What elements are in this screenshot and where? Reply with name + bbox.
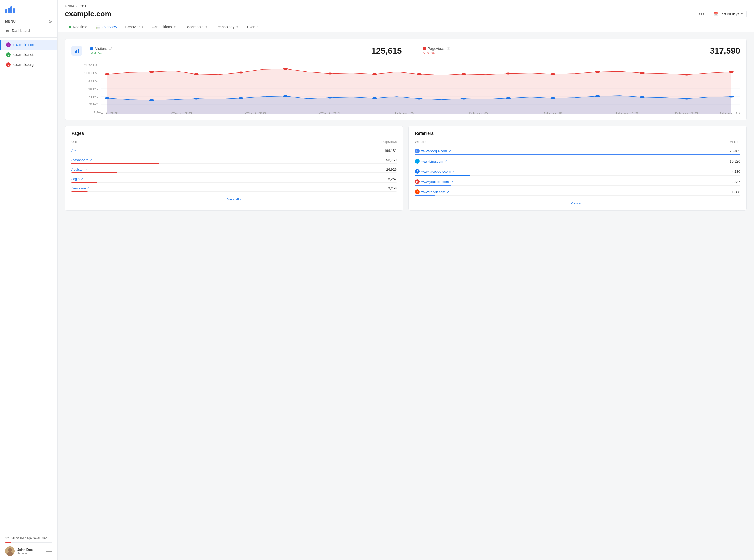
tab-geographic-label: Geographic [184, 25, 203, 29]
svg-point-19 [104, 73, 110, 75]
stats-card: Visitors ⓘ ↗ 4.7% 125,615 Pagev [65, 39, 747, 120]
sidebar-item-dashboard[interactable]: ⊞ Dashboard [0, 26, 57, 35]
pages-table-header: URL Pageviews [72, 140, 397, 146]
svg-rect-5 [78, 49, 79, 53]
external-link-icon: ↗ [452, 170, 455, 173]
referrer-url[interactable]: G www.google.com ↗ [415, 148, 451, 153]
visitors-label: Visitors [95, 46, 107, 51]
chevron-technology: ▼ [236, 26, 239, 28]
user-row[interactable]: John Doe Account ⟶ [5, 546, 52, 556]
table-row[interactable]: /welcome ↗ 9,258 [72, 184, 397, 193]
header-row: example.com ••• 📅 Last 30 days ▼ [65, 10, 747, 18]
usage-text: 126.3K of 1M pageviews used. [5, 537, 52, 540]
pages-card: Pages URL Pageviews / ↗ 199,131 /dashbo [65, 126, 403, 211]
pages-col-url: URL [72, 140, 78, 144]
referrers-title: Referrers [415, 131, 740, 136]
visitors-info-icon[interactable]: ⓘ [109, 46, 112, 51]
tab-overview[interactable]: 📊 Overview [91, 22, 121, 32]
table-row[interactable]: /dashboard ↗ 53,769 [72, 156, 397, 165]
chart-svg: 12K 10K 8K 6K 4K 2K 0 [72, 62, 740, 115]
usage-bar-fill [5, 542, 11, 543]
menu-label-row: MENU ⚙ [0, 16, 57, 26]
svg-point-45 [595, 95, 600, 97]
page-url[interactable]: /dashboard ↗ [72, 158, 92, 162]
referrers-rows: G www.google.com ↗ 25,465 b www.bing.com… [415, 146, 740, 197]
page-url[interactable]: /welcome ↗ [72, 186, 89, 190]
svg-point-46 [639, 96, 644, 98]
referrers-table-header: Website Visitors [415, 140, 740, 146]
visitors-value: 125,615 [371, 46, 402, 56]
referrer-visitors-count: 1,588 [732, 190, 740, 194]
site-icon-example-com: e [6, 42, 11, 47]
svg-text:10K: 10K [84, 72, 98, 75]
page-url[interactable]: /login ↗ [72, 177, 83, 181]
site-label-example-net: example.net [13, 53, 33, 57]
page-url[interactable]: /register ↗ [72, 167, 87, 172]
header-actions: ••• 📅 Last 30 days ▼ [697, 10, 747, 18]
svg-point-21 [194, 73, 199, 75]
svg-point-47 [684, 98, 689, 100]
chevron-acquisitions: ▼ [173, 26, 176, 28]
svg-point-44 [550, 97, 556, 99]
svg-text:6K: 6K [88, 87, 98, 90]
pageviews-change: ↘ 0.5% [423, 51, 450, 55]
settings-icon[interactable]: ⚙ [49, 19, 52, 24]
referrer-url[interactable]: b www.bing.com ↗ [415, 159, 447, 163]
external-link-icon: ↗ [448, 149, 451, 153]
svg-point-1 [8, 548, 12, 552]
referrers-view-all[interactable]: View all › [415, 197, 740, 205]
referrer-url[interactable]: ▶ www.youtube.com ↗ [415, 179, 453, 184]
referrer-visitors-count: 10,326 [730, 159, 740, 163]
external-link-icon: ↗ [450, 180, 453, 183]
svg-text:Nov 6: Nov 6 [469, 112, 488, 115]
sidebar-item-example-net[interactable]: e example.net [0, 50, 57, 60]
tab-geographic[interactable]: Geographic ▼ [180, 22, 212, 32]
date-range-button[interactable]: 📅 Last 30 days ▼ [711, 10, 747, 18]
stats-header: Visitors ⓘ ↗ 4.7% 125,615 Pagev [72, 44, 740, 57]
page-views-count: 53,769 [386, 158, 397, 162]
table-row[interactable]: f www.facebook.com ↗ 4,280 [415, 166, 740, 177]
date-range-label: Last 30 days [720, 12, 739, 16]
table-row[interactable]: /register ↗ 26,926 [72, 165, 397, 174]
visitors-color-dot [90, 47, 94, 50]
tab-behavior[interactable]: Behavior ▼ [121, 22, 148, 32]
chevron-down-icon: ▼ [741, 13, 743, 16]
site-icon-example-org: e [6, 62, 11, 67]
svg-text:Oct 22: Oct 22 [96, 112, 118, 115]
referrer-visitors-count: 25,465 [730, 149, 740, 153]
svg-point-29 [550, 73, 556, 75]
table-row[interactable]: /login ↗ 15,252 [72, 174, 397, 184]
svg-text:Oct 28: Oct 28 [245, 112, 267, 115]
logout-icon[interactable]: ⟶ [46, 549, 52, 554]
breadcrumb-home[interactable]: Home [65, 4, 74, 8]
tab-realtime[interactable]: Realtime [65, 22, 91, 32]
pageviews-info-icon[interactable]: ⓘ [447, 46, 450, 51]
main-content: Home › Stats example.com ••• 📅 Last 30 d… [58, 0, 754, 560]
tab-events[interactable]: Events [243, 22, 262, 32]
svg-point-27 [461, 73, 466, 75]
more-button[interactable]: ••• [697, 10, 707, 18]
sidebar-item-example-org[interactable]: e example.org [0, 60, 57, 69]
table-row[interactable]: / ↗ 199,131 [72, 146, 397, 156]
svg-point-23 [283, 68, 288, 70]
external-link-icon: ↗ [74, 149, 76, 152]
main-header: Home › Stats example.com ••• 📅 Last 30 d… [58, 0, 754, 33]
tab-technology-label: Technology [216, 25, 235, 29]
usage-bar-background [5, 542, 52, 543]
svg-point-22 [238, 72, 244, 74]
site-icon-example-net: e [6, 52, 11, 57]
table-row[interactable]: G www.google.com ↗ 25,465 [415, 146, 740, 156]
tab-acquisitions[interactable]: Acquisitions ▼ [148, 22, 180, 32]
table-row[interactable]: b www.bing.com ↗ 10,326 [415, 156, 740, 166]
svg-rect-4 [76, 50, 77, 53]
table-row[interactable]: ▶ www.youtube.com ↗ 2,837 [415, 177, 740, 187]
referrer-url[interactable]: f www.facebook.com ↗ [415, 169, 455, 174]
tab-technology[interactable]: Technology ▼ [212, 22, 243, 32]
realtime-dot [69, 26, 71, 28]
sidebar-item-example-com[interactable]: e example.com [0, 40, 57, 50]
table-row[interactable]: r www.reddit.com ↗ 1,588 [415, 187, 740, 197]
referrer-url[interactable]: r www.reddit.com ↗ [415, 189, 449, 194]
pages-view-all[interactable]: View all › [72, 193, 397, 201]
page-views-count: 26,926 [386, 167, 397, 172]
page-url[interactable]: / ↗ [72, 148, 76, 153]
